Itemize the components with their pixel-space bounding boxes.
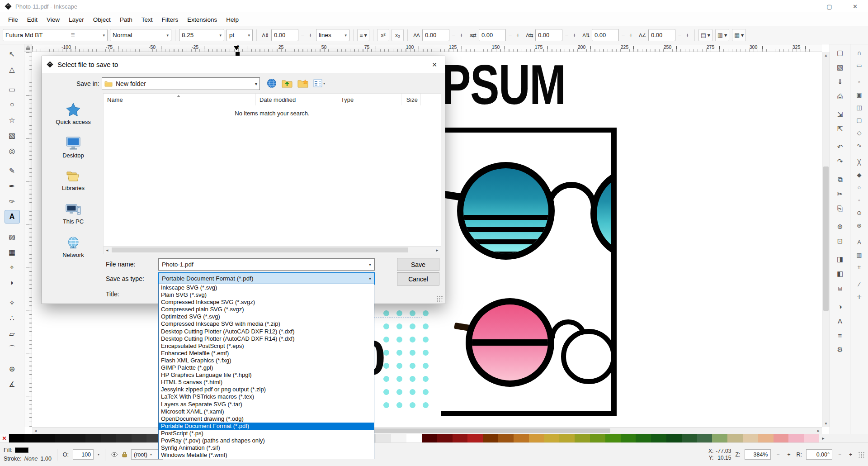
line-spacing-unit-select[interactable]: lines ▾	[316, 29, 349, 41]
palette-swatch[interactable]	[758, 434, 774, 442]
rotation-field[interactable]: 0.00°	[806, 449, 832, 460]
palette-swatch[interactable]	[498, 434, 514, 442]
file-type-option[interactable]: Windows Metafile (*.wmf)	[159, 452, 374, 459]
text-and-font[interactable]: A	[835, 316, 845, 326]
menu-item[interactable]: Text	[137, 14, 157, 25]
import[interactable]: ⇲	[835, 109, 845, 119]
pink-glasses-right-lens[interactable]	[561, 329, 616, 384]
preferences[interactable]: ⚙	[835, 345, 845, 355]
spacing-value-field[interactable]: 0.00	[648, 29, 675, 41]
ellipse-tool[interactable]: ○	[5, 98, 20, 111]
snap-guides[interactable]: ∕	[854, 280, 864, 289]
decrement-button[interactable]: −	[507, 29, 514, 41]
size-unit-select[interactable]: pt ▾	[226, 29, 253, 41]
spacing-value-field[interactable]: 0.00	[422, 29, 449, 41]
decrement-button[interactable]: −	[450, 29, 457, 41]
file-type-option[interactable]: Portable Document Format (*.pdf)	[159, 423, 374, 430]
place-quick-access[interactable]: Quick access	[48, 102, 98, 128]
menu-item[interactable]: Object	[89, 14, 115, 25]
place-this-pc[interactable]: This PC	[48, 203, 98, 229]
file-type-option[interactable]: Microsoft XAML (*.xaml)	[159, 408, 374, 415]
file-type-option[interactable]: Encapsulated PostScript (*.eps)	[159, 342, 374, 350]
headline-text-object[interactable]: PSUM	[442, 57, 565, 113]
file-type-option[interactable]: Inkscape SVG (*.svg)	[159, 284, 374, 291]
file-type-option[interactable]: JessyInk zipped pdf or png output (*.zip…	[159, 386, 374, 393]
scroll-up-icon[interactable]: ▲	[822, 52, 830, 59]
undo[interactable]: ↶	[835, 142, 845, 152]
font-size-select[interactable]: 8.25 ▾	[179, 29, 224, 41]
decrement-button[interactable]: −	[620, 29, 627, 41]
export[interactable]: ⇱	[835, 124, 845, 134]
font-style-select[interactable]: Normal ▾	[110, 29, 171, 41]
palette-swatch[interactable]	[453, 434, 468, 442]
palette-swatch[interactable]	[666, 434, 682, 442]
dialog-resize-grip[interactable]	[436, 295, 443, 302]
palette-swatch[interactable]	[467, 434, 483, 442]
palette-swatch[interactable]	[544, 434, 559, 442]
palette-swatch[interactable]	[529, 434, 544, 442]
back-button[interactable]	[267, 78, 277, 88]
document-open[interactable]: ▧	[835, 62, 845, 72]
spiral-tool[interactable]: ◎	[5, 144, 20, 157]
ruler-corner[interactable]	[24, 44, 32, 52]
text-direction-button[interactable]: ▦ ▾	[732, 29, 746, 41]
dialog-close-button[interactable]: ✕	[424, 56, 445, 73]
zoom-field[interactable]: 384%	[745, 449, 771, 460]
zoom-page[interactable]: ⊡	[835, 236, 845, 246]
palette-swatch[interactable]	[636, 434, 651, 442]
horizontal-scrollbar[interactable]: ◄ ►	[32, 427, 822, 434]
document-new[interactable]: ▢	[835, 48, 845, 58]
file-list[interactable]: Name Date modified Type Size No items ma…	[103, 93, 441, 247]
gradient-tool[interactable]: ▨	[5, 230, 20, 243]
palette-swatch[interactable]	[391, 434, 406, 442]
duplicate[interactable]: ◨	[835, 254, 845, 264]
decrement-button[interactable]: −	[563, 29, 570, 41]
stroke-value[interactable]: None	[24, 456, 38, 462]
close-button[interactable]: ✕	[842, 0, 868, 13]
file-type-option[interactable]: Optimized SVG (*.svg)	[159, 313, 374, 320]
text-orientation-button[interactable]: ▥ ▾	[715, 29, 729, 41]
window-resize-grip[interactable]	[858, 452, 864, 458]
cancel-button[interactable]: Cancel	[397, 272, 439, 285]
snap-object-centers[interactable]: ⊙	[854, 208, 864, 217]
scroll-right-icon[interactable]: ►	[434, 247, 441, 254]
palette-swatch[interactable]	[70, 434, 85, 442]
menu-item[interactable]: View	[42, 14, 64, 25]
view-menu-button[interactable]: ▾	[313, 79, 325, 87]
selector-tool[interactable]: ↖	[5, 47, 20, 61]
palette-swatch[interactable]	[651, 434, 666, 442]
subscript-button[interactable]: x₂	[392, 29, 404, 41]
superscript-button[interactable]: x²	[377, 29, 389, 41]
snap-bbox-corners[interactable]: ▣	[854, 90, 864, 99]
snap-bbox-centers[interactable]: ▢	[854, 115, 864, 124]
save-in-select[interactable]: New folder ▾	[102, 77, 260, 90]
snap-paths[interactable]: ∿	[854, 141, 864, 150]
palette-swatch[interactable]	[9, 434, 24, 442]
menu-item[interactable]: File	[4, 14, 23, 25]
palette-swatch[interactable]	[621, 434, 636, 442]
save-as-type-select[interactable]: Portable Document Format (*.pdf) ▾	[158, 272, 375, 285]
file-type-option[interactable]: HP Graphics Language file (*.hpgl)	[159, 371, 374, 379]
pencil-tool[interactable]: ✎	[5, 164, 20, 177]
file-type-option[interactable]: GIMP Palette (*.gpl)	[159, 364, 374, 371]
palette-swatch[interactable]	[514, 434, 529, 442]
menu-item[interactable]: Extensions	[183, 14, 222, 25]
decrement-button[interactable]: −	[676, 29, 683, 41]
snap-cusp-nodes[interactable]: ◆	[854, 170, 864, 179]
increment-button[interactable]: +	[307, 29, 314, 41]
pink-glasses-left-lens[interactable]	[466, 298, 554, 387]
zoom-in-button[interactable]: +	[786, 449, 793, 460]
file-type-option[interactable]: Synfig Animation (*.sif)	[159, 444, 374, 452]
file-type-option[interactable]: Flash XML Graphics (*.fxg)	[159, 357, 374, 364]
increment-button[interactable]: +	[571, 29, 578, 41]
palette-swatch[interactable]	[24, 434, 40, 442]
palette-swatch[interactable]	[376, 434, 392, 442]
file-type-option[interactable]: Plain SVG (*.svg)	[159, 291, 374, 299]
dot-pattern-object[interactable]	[380, 307, 433, 413]
menu-item[interactable]: Path	[115, 14, 137, 25]
file-name-input[interactable]: Photo-1.pdf ▾	[158, 258, 375, 271]
rotate-ccw-button[interactable]: −	[836, 449, 843, 460]
layer-visibility-toggle[interactable]	[111, 452, 118, 457]
place-network[interactable]: Network	[48, 236, 98, 262]
file-type-option[interactable]: Desktop Cutting Plotter (AutoCAD DXF R12…	[159, 328, 374, 335]
